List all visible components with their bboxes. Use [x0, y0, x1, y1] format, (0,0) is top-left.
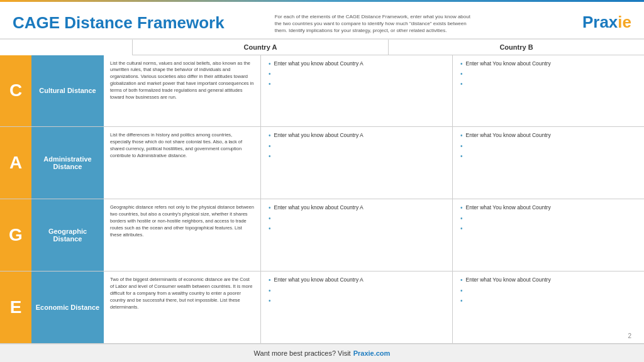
bullet-icon: •	[460, 60, 463, 67]
data-administrative-b[interactable]: • Enter what You know about Country • •	[453, 127, 644, 199]
bullet-icon: •	[269, 80, 271, 87]
empty-bullet-1: •	[269, 70, 445, 77]
data-cultural-a[interactable]: • Enter what you know about Country A • …	[261, 55, 453, 127]
empty-bullet-1: •	[460, 214, 636, 222]
data-geographic-a[interactable]: • Enter what you know about Country A • …	[261, 199, 453, 271]
desc-cultural: List the cultural norms, values and soci…	[104, 55, 261, 127]
bullet-icon: •	[269, 277, 271, 283]
empty-bullet-1: •	[269, 287, 445, 294]
footer-text: Want more best practices? Visit	[254, 349, 351, 357]
empty-bullet-1: •	[460, 142, 636, 150]
title-administrative: Administrative Distance	[31, 127, 104, 199]
letter-e: E	[0, 272, 31, 343]
footer: Want more best practices? Visit Praxie.c…	[0, 344, 644, 362]
bullet-icon: •	[460, 204, 463, 211]
title-cultural: Cultural Distance	[31, 55, 104, 127]
letter-g: G	[0, 199, 31, 271]
bullet-entry: • Enter what you know about Country A	[269, 277, 445, 284]
desc-administrative: List the differences in history and poli…	[104, 127, 261, 199]
empty-bullet-2: •	[460, 80, 636, 87]
empty-bullet-2: •	[460, 152, 636, 160]
bullet-icon: •	[460, 297, 463, 304]
column-header-b: Country B	[388, 40, 644, 55]
data-geographic-b[interactable]: • Enter what You know about Country • •	[453, 199, 644, 271]
bullet-icon: •	[269, 143, 271, 150]
bullet-icon: •	[460, 277, 463, 283]
bullet-text: Enter what You know about Country	[466, 60, 551, 68]
bullet-icon: •	[269, 70, 271, 77]
empty-bullet-2: •	[269, 80, 445, 87]
logo-prax: Prax	[582, 13, 618, 31]
table-body: C Cultural Distance List the cultural no…	[0, 55, 644, 344]
bullet-icon: •	[460, 143, 463, 150]
column-header-a: Country A	[132, 40, 388, 55]
data-cultural-b[interactable]: • Enter what You know about Country • •	[453, 55, 644, 127]
bullet-icon: •	[460, 80, 463, 87]
bullet-icon: •	[460, 70, 463, 77]
bullet-text: Enter what you know about Country A	[274, 204, 364, 212]
bullet-entry: • Enter what You know about Country	[460, 204, 636, 212]
data-administrative-a[interactable]: • Enter what you know about Country A • …	[261, 127, 453, 199]
bullet-entry: • Enter what You know about Country	[460, 277, 636, 284]
bullet-icon: •	[269, 132, 271, 139]
empty-bullet-1: •	[269, 214, 445, 222]
header: CAGE Distance Framework For each of the …	[0, 2, 644, 40]
bullet-entry: • Enter what you know about Country A	[269, 204, 445, 212]
bullet-icon: •	[269, 60, 271, 67]
bullet-text: Enter what you know about Country A	[274, 132, 364, 140]
bullet-icon: •	[269, 204, 271, 211]
bullet-icon: •	[269, 153, 271, 160]
bullet-text: Enter what you know about Country A	[274, 60, 364, 68]
bullet-text: Enter what You know about Country	[466, 132, 551, 140]
bullet-icon: •	[460, 225, 463, 232]
empty-bullet-1: •	[460, 70, 636, 77]
header-description: For each of the elements of the CAGE Dis…	[275, 13, 476, 35]
bullet-icon: •	[460, 153, 463, 160]
bullet-icon: •	[269, 297, 271, 304]
bullet-icon: •	[460, 215, 463, 222]
bullet-entry: • Enter what You know about Country	[460, 132, 636, 140]
bullet-icon: •	[269, 215, 271, 222]
logo: Praxie	[582, 13, 631, 32]
letter-a: A	[0, 127, 31, 199]
bullet-text: Enter what you know about Country A	[274, 277, 364, 284]
empty-bullet-2: •	[269, 224, 445, 232]
row-economic: E Economic Distance Two of the biggest d…	[0, 272, 644, 344]
empty-bullet-2: •	[460, 297, 636, 304]
data-economic-a[interactable]: • Enter what you know about Country A • …	[261, 272, 453, 343]
bullet-text: Enter what You know about Country	[466, 277, 551, 284]
bullet-text: Enter what You know about Country	[466, 204, 551, 212]
bullet-icon: •	[460, 132, 463, 139]
bullet-icon: •	[269, 225, 271, 232]
column-headers: Country A Country B	[132, 40, 644, 55]
row-cultural: C Cultural Distance List the cultural no…	[0, 55, 644, 128]
empty-bullet-1: •	[460, 287, 636, 294]
empty-bullet-2: •	[460, 224, 636, 232]
logo-ie: ie	[618, 13, 631, 31]
bullet-icon: •	[460, 287, 463, 294]
desc-economic: Two of the biggest determinants of econo…	[104, 272, 261, 343]
empty-bullet-2: •	[269, 297, 445, 304]
row-administrative: A Administrative Distance List the diffe…	[0, 127, 644, 199]
bullet-entry: • Enter what You know about Country	[460, 60, 636, 68]
letter-c: C	[0, 55, 31, 127]
bullet-entry: • Enter what you know about Country A	[269, 132, 445, 140]
data-economic-b[interactable]: • Enter what You know about Country • •	[453, 272, 644, 343]
page-title: CAGE Distance Framework	[13, 13, 225, 33]
empty-bullet-1: •	[269, 142, 445, 150]
title-geographic: Geographic Distance	[31, 199, 104, 271]
page: CAGE Distance Framework For each of the …	[0, 0, 644, 362]
empty-bullet-2: •	[269, 152, 445, 160]
row-geographic: G Geographic Distance Geographic distanc…	[0, 199, 644, 272]
footer-link[interactable]: Praxie.com	[353, 349, 391, 357]
title-economic: Economic Distance	[31, 272, 104, 343]
bullet-icon: •	[269, 287, 271, 294]
page-number: 2	[628, 332, 631, 339]
bullet-entry: • Enter what you know about Country A	[269, 60, 445, 68]
desc-geographic: Geographic distance refers not only to t…	[104, 199, 261, 271]
